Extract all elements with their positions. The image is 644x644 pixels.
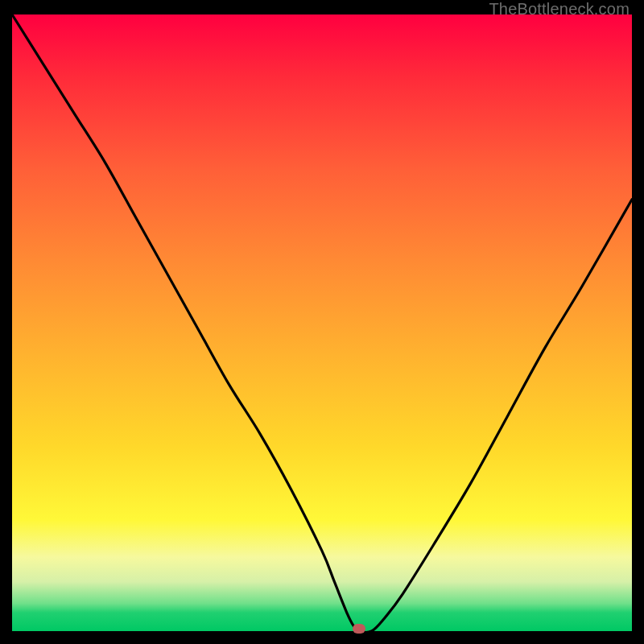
curve-path xyxy=(12,14,632,632)
bottleneck-curve xyxy=(12,14,632,631)
chart-stage: TheBottleneck.com xyxy=(0,0,644,644)
frame-bottom xyxy=(0,631,644,644)
frame-right xyxy=(632,0,644,644)
optimal-marker xyxy=(353,624,365,634)
frame-left xyxy=(0,0,12,644)
